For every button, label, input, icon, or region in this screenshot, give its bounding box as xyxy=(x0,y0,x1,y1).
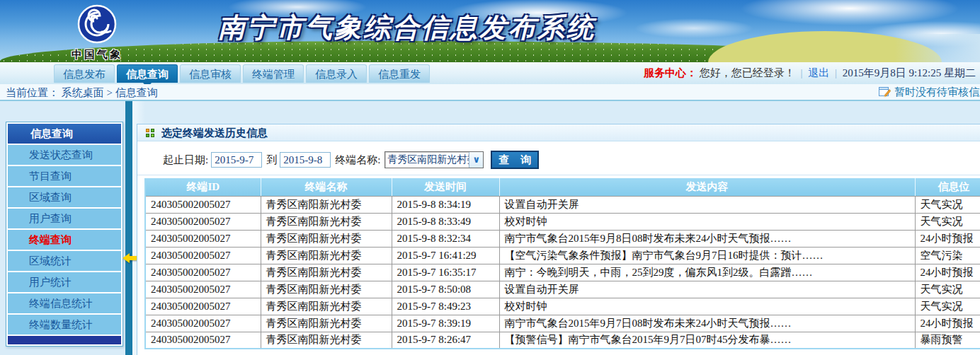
sidebar-item-terminal-query[interactable]: 终端查询 xyxy=(8,230,121,250)
cell-terminal-name: 青秀区南阳新光村委 xyxy=(261,247,392,264)
col-info-position: 信息位 xyxy=(915,178,980,196)
cell-send-content: 校对时钟 xyxy=(499,213,915,230)
cell-terminal-id: 240305002005027 xyxy=(145,247,261,264)
nav-tabs: 信息发布 信息查询 信息审核 终端管理 信息录入 信息重发 xyxy=(54,64,430,83)
table-row[interactable]: 240305002005027 青秀区南阳新光村委 2015-9-7 16:35… xyxy=(145,264,980,281)
date-from-input[interactable] xyxy=(211,152,262,168)
col-send-content: 发送内容 xyxy=(499,178,915,196)
tab-info-publish[interactable]: 信息发布 xyxy=(54,64,115,83)
cell-send-content: 设置自动开关屏 xyxy=(499,196,915,213)
sidebar-item-region-stats[interactable]: 区域统计 xyxy=(8,251,121,271)
query-form: 起止日期: 到 终端名称: 青秀区南阳新光村委 ∨ 查 询 xyxy=(137,142,980,175)
separator: | xyxy=(800,67,802,78)
date-to-input[interactable] xyxy=(280,152,331,168)
table-row[interactable]: 240305002005027 青秀区南阳新光村委 2015-9-8 8:33:… xyxy=(145,213,980,230)
sidebar-splitter[interactable] xyxy=(125,101,132,355)
cell-terminal-name: 青秀区南阳新光村委 xyxy=(261,298,392,315)
cell-send-time: 2015-9-7 8:50:08 xyxy=(392,281,499,298)
sidebar-item-program-query[interactable]: 节目查询 xyxy=(8,166,121,186)
cell-send-content: 南宁市气象台2015年9月7日08时发布未来24小时天气预报…… xyxy=(499,315,915,332)
col-terminal-id: 终端ID xyxy=(145,178,261,196)
cma-logo-caption: 中国气象 xyxy=(58,48,136,62)
audit-notice: 暂时没有待审核信息 xyxy=(879,86,980,99)
cell-send-time: 2015-9-8 8:32:34 xyxy=(392,230,499,247)
tab-info-audit[interactable]: 信息审核 xyxy=(180,64,241,83)
col-terminal-name: 终端名称 xyxy=(261,178,392,196)
app-window: 中国气象 南宁市气象综合信息发布系统 信息发布 信息查询 信息审核 终端管理 信… xyxy=(0,0,980,355)
cell-terminal-id: 240305002005027 xyxy=(145,213,261,230)
audit-notice-text: 暂时没有待审核信息 xyxy=(894,86,980,99)
cell-terminal-id: 240305002005027 xyxy=(145,298,261,315)
panel-header: 选定终端发送历史信息 xyxy=(137,124,980,141)
cell-send-content: 【空气污染气象条件预报】南宁市气象台9月7日16时提供：预计…… xyxy=(499,247,915,264)
to-label: 到 xyxy=(266,153,277,167)
sidebar-item-terminal-count-stats[interactable]: 终端数量统计 xyxy=(8,315,121,334)
panel-title: 选定终端发送历史信息 xyxy=(161,127,268,139)
breadcrumb-path[interactable]: 系统桌面 > 信息查询 xyxy=(62,87,158,98)
table-row[interactable]: 240305002005027 青秀区南阳新光村委 2015-9-7 8:49:… xyxy=(145,298,980,315)
cell-terminal-name: 青秀区南阳新光村委 xyxy=(261,230,392,247)
table-row[interactable]: 240305002005027 青秀区南阳新光村委 2015-9-7 8:26:… xyxy=(145,332,980,349)
cell-info-position: 暴雨预警 xyxy=(915,332,980,349)
cell-send-time: 2015-9-7 8:26:47 xyxy=(392,332,499,349)
cell-send-time: 2015-9-8 8:34:19 xyxy=(392,196,499,213)
chevron-down-icon: ∨ xyxy=(469,152,483,168)
table-row[interactable]: 240305002005027 青秀区南阳新光村委 2015-9-7 8:39:… xyxy=(145,315,980,332)
cell-send-content: 设置自动开关屏 xyxy=(499,281,915,298)
cell-info-position: 24小时预报 xyxy=(915,264,980,281)
cell-info-position: 天气实况 xyxy=(915,213,980,230)
terminal-select[interactable]: 青秀区南阳新光村委 ∨ xyxy=(384,151,484,168)
memo-pencil-icon xyxy=(879,87,891,98)
cell-send-content: 校对时钟 xyxy=(499,298,915,315)
sidebar-item-region-query[interactable]: 区域查询 xyxy=(8,187,121,207)
cell-info-position: 空气污染 xyxy=(915,247,980,264)
cell-info-position: 24小时预报 xyxy=(915,230,980,247)
sidebar-item-user-stats[interactable]: 用户统计 xyxy=(8,272,121,292)
datetime-display: 2015年9月8日 9:12:25 星期二 xyxy=(843,67,976,78)
cell-terminal-name: 青秀区南阳新光村委 xyxy=(261,281,392,298)
cell-send-time: 2015-9-7 8:39:19 xyxy=(392,315,499,332)
breadcrumb-label: 当前位置： xyxy=(6,87,59,98)
table-row[interactable]: 240305002005027 青秀区南阳新光村委 2015-9-7 16:41… xyxy=(145,247,980,264)
table-row[interactable]: 240305002005027 青秀区南阳新光村委 2015-9-8 8:34:… xyxy=(145,196,980,213)
cell-info-position: 天气实况 xyxy=(915,196,980,213)
tab-terminal-manage[interactable]: 终端管理 xyxy=(243,64,304,83)
grid-squares-icon xyxy=(146,129,155,138)
sidebar-item-user-query[interactable]: 用户查询 xyxy=(8,209,121,228)
logout-link[interactable]: 退出 xyxy=(808,67,829,78)
cell-send-time: 2015-9-7 8:49:23 xyxy=(392,298,499,315)
service-center-label: 服务中心： xyxy=(644,67,697,78)
cell-send-time: 2015-9-7 16:41:29 xyxy=(392,247,499,264)
sidebar-item-send-status-query[interactable]: 发送状态查询 xyxy=(8,145,121,165)
service-center-bar: 服务中心： 您好，您已经登录！ | 退出 | 2015年9月8日 9:12:25… xyxy=(644,66,976,80)
cell-terminal-name: 青秀区南阳新光村委 xyxy=(261,315,392,332)
tab-info-query[interactable]: 信息查询 xyxy=(117,64,178,83)
login-greeting: 您好，您已经登录！ xyxy=(700,67,795,78)
history-table: 终端ID 终端名称 发送时间 发送内容 信息位 240305002005027 … xyxy=(144,178,980,349)
cell-terminal-name: 青秀区南阳新光村委 xyxy=(261,213,392,230)
separator: | xyxy=(835,67,837,78)
cell-terminal-name: 青秀区南阳新光村委 xyxy=(261,332,392,349)
breadcrumb: 当前位置： 系统桌面 > 信息查询 xyxy=(6,86,158,100)
table-row[interactable]: 240305002005027 青秀区南阳新光村委 2015-9-7 8:50:… xyxy=(145,281,980,298)
header-banner: 中国气象 南宁市气象综合信息发布系统 xyxy=(0,0,980,62)
banner-fade-decor xyxy=(895,34,980,62)
tab-info-resend[interactable]: 信息重发 xyxy=(369,64,430,83)
search-button[interactable]: 查 询 xyxy=(491,151,539,169)
sidebar-header: 信息查询 xyxy=(8,124,121,144)
cell-terminal-name: 青秀区南阳新光村委 xyxy=(261,264,392,281)
cell-send-content: 南宁：今晚到明天，中雨，25到29度，偏东风1到2级。白露蹭…… xyxy=(499,264,915,281)
cell-send-content: 【预警信号】南宁市气象台2015年9月7日07时45分发布暴…… xyxy=(499,332,915,349)
history-table-wrap: 终端ID 终端名称 发送时间 发送内容 信息位 240305002005027 … xyxy=(144,178,980,349)
sidebar-item-terminal-info-stats[interactable]: 终端信息统计 xyxy=(8,293,121,313)
cell-terminal-id: 240305002005027 xyxy=(145,230,261,247)
cell-info-position: 天气实况 xyxy=(915,281,980,298)
col-send-time: 发送时间 xyxy=(392,178,499,196)
cell-terminal-id: 240305002005027 xyxy=(145,196,261,213)
cell-info-position: 24小时预报 xyxy=(915,315,980,332)
tab-info-entry[interactable]: 信息录入 xyxy=(306,64,367,83)
terminal-name-label: 终端名称: xyxy=(335,153,380,167)
table-row[interactable]: 240305002005027 青秀区南阳新光村委 2015-9-8 8:32:… xyxy=(145,230,980,247)
main-navbar: 信息发布 信息查询 信息审核 终端管理 信息录入 信息重发 服务中心： 您好，您… xyxy=(0,62,980,84)
breadcrumb-bar: 当前位置： 系统桌面 > 信息查询 暂时没有待审核信息 xyxy=(0,84,980,101)
